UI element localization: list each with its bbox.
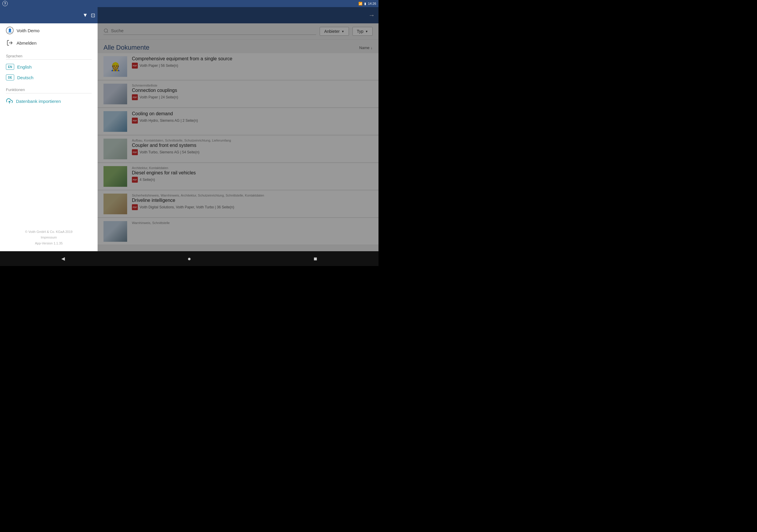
language-section-label: Sprachen	[6, 54, 92, 60]
expand-icon[interactable]: ⊡	[91, 12, 95, 18]
dropdown-icon[interactable]: ▼	[82, 12, 88, 18]
import-db-item[interactable]: Datenbank importieren	[6, 95, 92, 107]
user-avatar-icon: 👤	[6, 27, 14, 34]
logout-label: Abmelden	[16, 41, 37, 45]
wifi-icon: 📶	[358, 2, 363, 6]
sidebar-panel: × Nutzer 👤 Voith Demo Abmelden Sprachen …	[0, 7, 98, 251]
functions-section-label: Funktionen	[6, 87, 92, 93]
imprint-text: Impressum	[6, 235, 92, 241]
user-name: Voith Demo	[16, 28, 40, 33]
upload-icon	[6, 98, 13, 104]
status-bar-left: ?	[2, 1, 8, 6]
home-button[interactable]: ●	[183, 253, 195, 265]
language-deutsch-item[interactable]: DE Deutsch	[6, 72, 92, 83]
version-text: App-Version 1.1.35	[6, 241, 92, 247]
user-profile-item[interactable]: 👤 Voith Demo	[6, 24, 92, 37]
recents-button[interactable]: ■	[310, 253, 321, 265]
english-lang-badge: EN	[6, 64, 14, 70]
status-bar-right: 📶 ▮ 14:26	[358, 2, 376, 6]
time-display: 14:26	[368, 2, 376, 5]
android-nav-bar: ◄ ● ■	[0, 251, 378, 266]
sidebar-top-controls: ▼ ⊡	[0, 7, 98, 23]
english-label: English	[17, 64, 32, 70]
status-bar: ? 📶 ▮ 14:26	[0, 0, 378, 7]
copyright-text: © Voith GmbH & Co. KGaA 2019	[6, 229, 92, 235]
deutsch-label: Deutsch	[17, 75, 33, 80]
import-label: Datenbank importieren	[16, 99, 61, 104]
language-english-item[interactable]: EN English	[6, 62, 92, 72]
deutsch-lang-badge: DE	[6, 74, 14, 80]
battery-icon: ▮	[364, 2, 366, 6]
sidebar-overlay-dim[interactable]	[98, 7, 378, 251]
logout-icon	[6, 39, 14, 47]
sidebar-footer: © Voith GmbH & Co. KGaA 2019 Impressum A…	[6, 229, 92, 247]
logout-item[interactable]: Abmelden	[6, 37, 92, 49]
question-icon: ?	[2, 1, 8, 6]
back-button[interactable]: ◄	[57, 253, 69, 265]
